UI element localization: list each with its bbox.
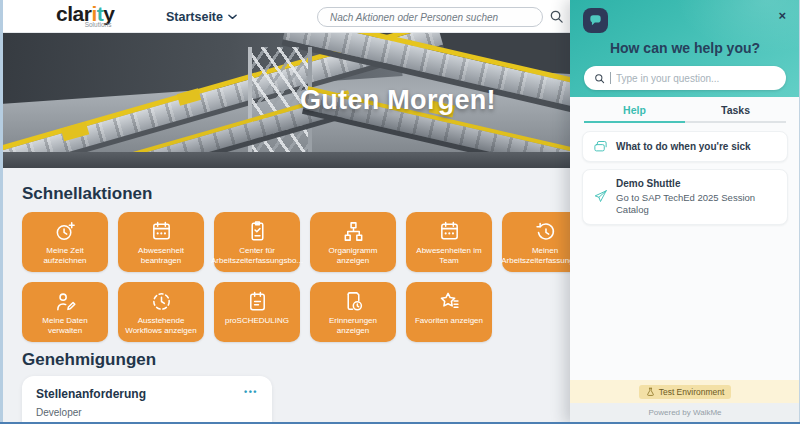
approvals-title: Genehmigungen xyxy=(22,350,156,370)
help-item-sick[interactable]: What to do when you're sick xyxy=(582,131,788,162)
flask-icon xyxy=(646,387,655,397)
window-edge-left xyxy=(0,0,3,424)
chat-widget-icon xyxy=(583,8,608,33)
org-chart-icon xyxy=(342,220,365,243)
help-panel-header: × How can we help you? xyxy=(570,0,800,97)
overflow-menu-icon[interactable]: ••• xyxy=(244,387,258,397)
nav-startseite-dropdown[interactable]: Startseite xyxy=(166,10,237,24)
tile-team-absences[interactable]: Abwesenheiten im Team xyxy=(406,212,492,272)
tile-show-favorites[interactable]: Favoriten anzeigen xyxy=(406,282,492,342)
nav-startseite-label: Startseite xyxy=(166,10,223,24)
clipboard-check-icon xyxy=(246,220,269,243)
calendar-notes-icon xyxy=(246,290,269,313)
quick-actions-row-1: Meine Zeit aufzeichnen Abwesenheit beant… xyxy=(22,212,588,272)
tile-show-org-chart[interactable]: Organigramm anzeigen xyxy=(310,212,396,272)
clock-plus-icon xyxy=(54,220,77,243)
history-clock-icon xyxy=(534,220,557,243)
hero-banner-image: Guten Morgen! xyxy=(0,33,570,168)
close-icon[interactable]: × xyxy=(778,9,786,22)
search-icon xyxy=(594,73,605,84)
quick-actions-title: Schnellaktionen xyxy=(22,184,152,204)
calendar-icon xyxy=(150,220,173,243)
calendar-icon xyxy=(438,220,461,243)
tile-show-reminders[interactable]: Erinnerungen anzeigen xyxy=(310,282,396,342)
tile-proscheduling[interactable]: proSCHEDULING xyxy=(214,282,300,342)
tile-request-absence[interactable]: Abwesenheit beantragen xyxy=(118,212,204,272)
test-environment-banner: Test Environment xyxy=(570,380,800,403)
help-search-box[interactable] xyxy=(584,66,786,90)
quick-actions-row-2: Meine Daten verwalten Ausstehende Workfl… xyxy=(22,282,492,342)
powered-by-walkme-label: Powered by WalkMe xyxy=(570,403,800,424)
help-panel: × How can we help you? Help Tasks What t… xyxy=(570,0,800,424)
tab-help[interactable]: Help xyxy=(584,100,685,123)
help-items-list: What to do when you're sick Demo Shuttle… xyxy=(582,131,788,225)
company-logo[interactable]: clarity Solutions xyxy=(56,3,114,29)
test-environment-badge: Test Environment xyxy=(639,385,732,399)
approval-card-subtitle: Developer xyxy=(36,407,258,418)
approval-card-stellenanforderung[interactable]: Stellenanforderung ••• Developer Übermit… xyxy=(22,376,272,424)
search-icon[interactable] xyxy=(549,9,564,24)
tile-manage-my-data[interactable]: Meine Daten verwalten xyxy=(22,282,108,342)
paper-plane-icon xyxy=(593,189,608,204)
hero-art-layer xyxy=(0,152,570,168)
clock-pending-icon xyxy=(150,290,173,313)
tile-pending-workflows[interactable]: Ausstehende Workflows anzeigen xyxy=(118,282,204,342)
card-stack-icon xyxy=(593,139,608,154)
help-item-demo-shuttle[interactable]: Demo Shuttle Go to SAP TechEd 2025 Sessi… xyxy=(582,169,788,225)
person-edit-icon xyxy=(54,290,77,313)
star-list-icon xyxy=(438,290,461,313)
document-clock-icon xyxy=(342,290,365,313)
tab-tasks[interactable]: Tasks xyxy=(685,100,786,123)
chevron-down-icon xyxy=(228,14,237,20)
greeting-text: Guten Morgen! xyxy=(300,85,496,116)
global-search-input[interactable] xyxy=(317,7,543,27)
approval-card-title: Stellenanforderung xyxy=(36,387,146,401)
tile-time-sheet-center[interactable]: Center für Arbeitszeiterfassungsbo... xyxy=(214,212,300,272)
text-caret xyxy=(610,72,611,84)
help-panel-title: How can we help you? xyxy=(570,40,800,56)
help-panel-tabs: Help Tasks xyxy=(584,100,786,123)
help-search-input[interactable] xyxy=(616,73,776,84)
tile-record-my-time[interactable]: Meine Zeit aufzeichnen xyxy=(22,212,108,272)
